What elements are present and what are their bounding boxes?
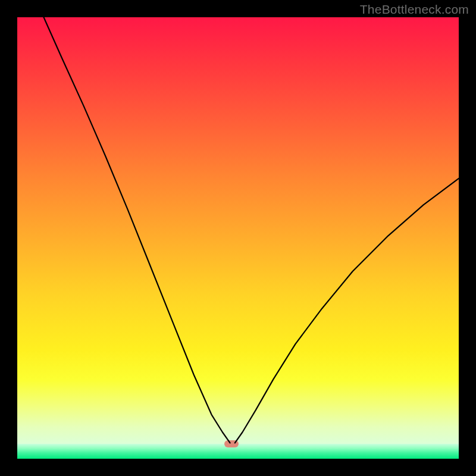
watermark-text: TheBottleneck.com — [360, 2, 469, 17]
curve-left-branch — [44, 17, 230, 443]
curve-right-branch — [235, 178, 459, 443]
chart-frame: TheBottleneck.com — [0, 0, 476, 476]
plot-area — [17, 17, 459, 459]
bottleneck-curve — [17, 17, 459, 459]
